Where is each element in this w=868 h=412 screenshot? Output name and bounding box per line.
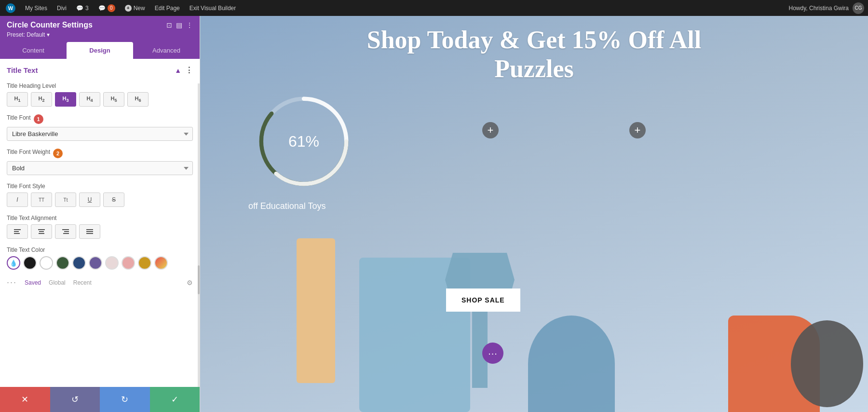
my-sites-btn[interactable]: My Sites xyxy=(23,0,49,16)
align-justify-btn[interactable] xyxy=(79,224,100,239)
align-left-btn[interactable] xyxy=(7,224,28,239)
avatar[interactable]: CG xyxy=(853,2,864,14)
align-justify-icon xyxy=(86,228,93,235)
svg-rect-0 xyxy=(14,229,21,230)
circle-caption: off Educational Toys xyxy=(248,201,326,211)
circle-counter-widget[interactable]: 61% off Educational Toys xyxy=(253,91,354,192)
edit-page-btn[interactable]: Edit Page xyxy=(153,0,182,16)
svg-rect-11 xyxy=(86,233,93,234)
color-purple-swatch[interactable] xyxy=(89,256,102,270)
color-tab-global[interactable]: Global xyxy=(49,279,66,286)
redo-button[interactable]: ↻ xyxy=(100,387,150,412)
font-style-group: I TT Tt U S xyxy=(7,192,193,207)
scrollbar-thumb xyxy=(198,265,200,294)
title-font-weight-label: Title Font Weight xyxy=(7,149,50,155)
svg-rect-3 xyxy=(38,229,45,230)
svg-rect-10 xyxy=(86,231,93,232)
svg-rect-6 xyxy=(62,229,69,230)
preset-selector[interactable]: Preset: Default ▾ xyxy=(7,31,193,38)
color-lightpink-swatch[interactable] xyxy=(105,256,119,270)
tab-design[interactable]: Design xyxy=(67,42,133,59)
undo-button[interactable]: ↺ xyxy=(50,387,100,412)
panel-title: Circle Counter Settings xyxy=(7,21,93,29)
hero-text: Shop Today & Get 15% Off All Puzzles xyxy=(200,16,868,83)
color-tab-recent[interactable]: Recent xyxy=(73,279,92,286)
title-font-weight-badge: 2 xyxy=(53,149,63,158)
more-options-icon[interactable]: ⋮ xyxy=(186,21,193,29)
heading-h3-btn[interactable]: H3 xyxy=(55,92,76,107)
bg-toy-bar xyxy=(297,238,335,383)
eyedropper-btn[interactable]: 💧 xyxy=(7,256,20,270)
align-btn-group xyxy=(7,224,193,239)
capitalize-btn[interactable]: Tt xyxy=(55,192,76,207)
color-white-swatch[interactable] xyxy=(40,256,53,270)
color-gradient-swatch[interactable] xyxy=(154,256,168,270)
align-center-btn[interactable] xyxy=(31,224,52,239)
comments-btn[interactable]: 💬 3 xyxy=(74,0,91,16)
title-font-select[interactable]: Libre Baskerville xyxy=(7,127,193,141)
tab-advanced[interactable]: Advanced xyxy=(133,42,200,59)
tab-content[interactable]: Content xyxy=(0,42,67,59)
cancel-button[interactable]: ✕ xyxy=(0,387,50,412)
title-font-label-row: Title Font 1 xyxy=(7,114,193,124)
heading-h6-btn[interactable]: H6 xyxy=(127,92,149,107)
svg-rect-4 xyxy=(39,231,44,232)
resize-icon[interactable]: ⊡ xyxy=(166,21,172,29)
circle-visual: 61% xyxy=(253,91,354,192)
wp-logo-icon: W xyxy=(6,3,15,13)
admin-bar-right: Howdy, Christina Gwira CG xyxy=(789,2,864,14)
shop-sale-button[interactable]: SHOP SALE xyxy=(446,288,520,312)
section-collapse-icon[interactable]: ▲ xyxy=(175,67,181,74)
align-right-btn[interactable] xyxy=(55,224,76,239)
color-tab-saved[interactable]: Saved xyxy=(25,279,41,286)
main-canvas: Shop Today & Get 15% Off All Puzzles 61% xyxy=(200,16,868,412)
layout-icon[interactable]: ▤ xyxy=(176,21,182,29)
color-pink-swatch[interactable] xyxy=(122,256,135,270)
add-section-btn-2[interactable]: + xyxy=(629,122,646,138)
new-label: New xyxy=(134,5,145,12)
sidebar-tabs: Content Design Advanced xyxy=(0,42,200,59)
edit-page-label: Edit Page xyxy=(155,5,180,12)
title-font-weight-field: Title Font Weight 2 Bold Thin Light Regu… xyxy=(0,146,200,180)
purple-dots-btn[interactable]: ··· xyxy=(482,343,503,364)
sidebar-bottom-bar: ✕ ↺ ↻ ✓ xyxy=(0,387,200,412)
my-sites-label: My Sites xyxy=(25,5,47,12)
italic-btn[interactable]: I xyxy=(7,192,28,207)
heading-h5-btn[interactable]: H5 xyxy=(103,92,124,107)
svg-rect-2 xyxy=(14,233,20,234)
align-center-icon xyxy=(38,228,45,235)
hero-text-line2: Puzzles xyxy=(494,55,574,82)
uppercase-btn[interactable]: TT xyxy=(31,192,52,207)
circle-percent-text: 61% xyxy=(288,133,319,151)
color-navy-swatch[interactable] xyxy=(72,256,86,270)
divi-btn[interactable]: Divi xyxy=(55,0,68,16)
color-black-swatch[interactable] xyxy=(23,256,37,270)
save-button[interactable]: ✓ xyxy=(150,387,200,412)
color-dots-btn[interactable]: ··· xyxy=(7,277,17,288)
scrollbar[interactable] xyxy=(198,83,200,387)
exit-builder-btn[interactable]: Exit Visual Builder xyxy=(188,0,238,16)
add-section-btn-1[interactable]: + xyxy=(482,122,499,138)
new-content-btn[interactable]: + New xyxy=(123,0,147,16)
heading-h1-btn[interactable]: H1 xyxy=(7,92,28,107)
title-font-style-field: Title Font Style I TT Tt U S xyxy=(0,180,200,212)
heading-level-label: Title Heading Level xyxy=(7,82,193,89)
color-gold-swatch[interactable] xyxy=(138,256,151,270)
comment-zero-btn[interactable]: 💬 0 xyxy=(96,0,117,16)
wp-logo-btn[interactable]: W xyxy=(4,0,17,16)
main-layout: Circle Counter Settings ⊡ ▤ ⋮ Preset: De… xyxy=(0,16,868,412)
strikethrough-btn[interactable]: S xyxy=(103,192,124,207)
heading-h2-btn[interactable]: H2 xyxy=(31,92,52,107)
title-font-badge: 1 xyxy=(34,114,43,124)
underline-btn[interactable]: U xyxy=(79,192,100,207)
comments-count: 3 xyxy=(85,5,89,12)
color-settings-gear-icon[interactable]: ⚙ xyxy=(187,279,193,287)
admin-bar: W My Sites Divi 💬 3 💬 0 + New Edit Page … xyxy=(0,0,868,16)
title-font-weight-select[interactable]: Bold Thin Light Regular Extra Bold xyxy=(7,161,193,175)
section-more-icon[interactable]: ⋮ xyxy=(185,66,193,75)
title-font-style-label: Title Font Style xyxy=(7,183,193,190)
section-actions: ▲ ⋮ xyxy=(175,66,193,75)
heading-btn-group: H1 H2 H3 H4 H5 H6 xyxy=(7,92,193,107)
heading-h4-btn[interactable]: H4 xyxy=(79,92,100,107)
color-darkgreen-swatch[interactable] xyxy=(56,256,69,270)
